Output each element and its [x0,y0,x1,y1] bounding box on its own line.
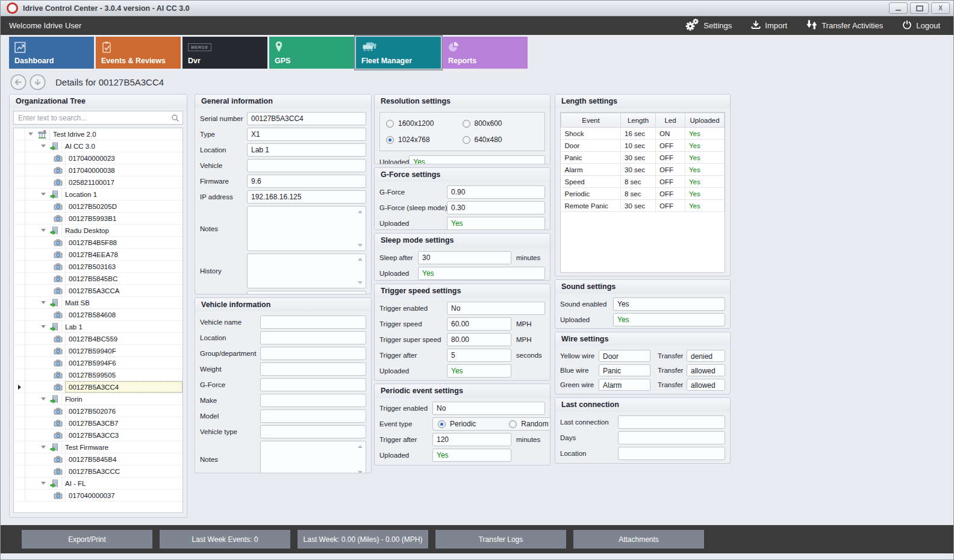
tree-row[interactable]: Lab 1 [14,321,182,333]
yellow-wire-transfer-input[interactable]: denied [687,350,725,362]
vehicle-input[interactable] [247,159,366,172]
table-row[interactable]: Shock16 secONYes [561,128,725,140]
tree-search-input[interactable] [13,111,183,125]
expander-icon[interactable] [41,229,46,232]
table-row[interactable]: Alarm30 secOFFYes [561,164,725,176]
tab-dashboard[interactable]: Dashboard [9,37,94,69]
logout-button[interactable]: Logout [902,19,940,33]
expander-icon[interactable] [41,482,46,485]
close-button[interactable]: X [931,2,950,14]
g-force-sleep-mode-input[interactable]: 0.30 [447,201,545,214]
tree-row[interactable]: Matt SB [14,297,182,309]
tab-dvr[interactable]: MERGEDvr [182,37,267,69]
last-week-events-button[interactable]: Last Week Events: 0 [160,530,290,549]
expander-icon[interactable] [28,132,33,135]
radio-option-640x480[interactable]: 640x480 [463,135,539,144]
tab-fleet-manager[interactable]: Fleet Manager [356,37,441,69]
tree-row[interactable]: 00127B5A3CCC [14,465,182,478]
table-row[interactable]: Speed8 secOFFYes [561,176,725,188]
serial-number-input[interactable]: 00127B5A3CC4 [247,112,366,125]
trigger-after-input[interactable]: 120 [432,433,511,446]
location-input[interactable] [260,331,366,344]
make-input[interactable] [260,394,366,407]
location-input[interactable] [618,447,725,460]
notes-input[interactable] [247,206,366,251]
tree-row[interactable]: 017040000038 [14,164,182,176]
tree-row[interactable]: Radu Desktop [14,225,182,237]
tree-row[interactable]: 00127B59940F [14,345,182,357]
expander-icon[interactable] [41,193,46,196]
days-input[interactable] [618,431,725,444]
tree-row[interactable]: 00127B4BC559 [14,333,182,345]
trigger-after-input[interactable]: 5 [447,349,511,362]
expander-icon[interactable] [41,301,46,304]
tree-row[interactable]: 00127B5A3CCA [14,285,182,297]
tree-row[interactable]: 017040000023 [14,152,182,164]
tree-row[interactable]: Test Firmware [14,441,182,453]
trigger-enabled-input[interactable]: No [447,302,545,315]
tree-row[interactable]: 00127B4B5F88 [14,237,182,249]
tree-row[interactable]: Location 1 [14,188,182,201]
blue-wire-input[interactable]: Panic [599,364,650,376]
scroll-down-button[interactable] [30,74,46,90]
transfer-logs-button[interactable]: Transfer Logs [435,530,566,549]
vehicle-name-input[interactable] [260,316,366,329]
vehicle-type-input[interactable] [260,425,366,438]
tree-row[interactable]: 00127B5A3CC4 [14,381,182,393]
notes-input[interactable] [260,441,366,473]
minimize-button[interactable] [889,2,908,14]
history-date-input[interactable] [247,291,366,294]
table-row[interactable]: Panic30 secOFFYes [561,152,725,164]
sound-enabled-input[interactable]: Yes [613,297,725,311]
radio-option-1600x1200[interactable]: 1600x1200 [386,119,463,128]
firmware-input[interactable]: 9.6 [247,175,366,188]
radio-option-800x600[interactable]: 800x600 [463,119,539,128]
expander-icon[interactable] [41,325,46,328]
table-row[interactable]: Periodic8 secOFFYes [561,188,725,200]
expander-icon[interactable] [41,446,46,449]
yellow-wire-input[interactable]: Door [599,350,650,362]
green-wire-transfer-input[interactable]: allowed [687,379,725,391]
g-force-input[interactable] [260,378,366,391]
trigger-speed-input[interactable]: 60.00 [447,317,511,331]
tree-row[interactable]: 00127B50205D [14,201,182,213]
import-button[interactable]: Import [751,19,787,33]
tree-row[interactable]: 00127B503163 [14,261,182,273]
tree-row[interactable]: 00127B5A3CC3 [14,429,182,441]
column-header-length[interactable]: Length [621,113,656,128]
radio-option-1024x768[interactable]: 1024x768 [386,135,463,144]
sleep-after-input[interactable]: 30 [418,251,511,264]
transfer-activities-button[interactable]: Transfer Activities [806,19,883,33]
column-header-event[interactable]: Event [561,113,621,128]
table-row[interactable]: Remote Panic30 secOFFYes [561,200,725,212]
trigger-enabled-input[interactable]: No [432,402,545,415]
column-header-uploaded[interactable]: Uploaded [685,113,725,128]
maximize-button[interactable] [910,2,929,14]
g-force-input[interactable]: 0.90 [447,185,545,199]
tree-row[interactable]: 00127B5845B4 [14,453,182,465]
export-print-button[interactable]: Export/Print [22,530,152,549]
back-button[interactable] [10,74,26,90]
green-wire-input[interactable]: Alarm [599,379,650,391]
expander-icon[interactable] [41,145,46,148]
tree-row[interactable]: 00127B4EEA78 [14,249,182,261]
ip-address-input[interactable]: 192.168.16.125 [247,190,366,204]
radio-option-periodic[interactable]: Periodic [438,420,476,428]
location-input[interactable]: Lab 1 [247,143,366,157]
column-header-led[interactable]: Led [656,113,685,128]
last-connection-input[interactable] [618,415,725,429]
tab-reports[interactable]: Reports [443,37,528,69]
history-input[interactable] [247,254,366,288]
trigger-super-speed-input[interactable]: 80.00 [447,333,511,346]
attachments-button[interactable]: Attachments [573,530,704,549]
type-input[interactable]: X1 [247,128,366,141]
tree-row[interactable]: 00127B502076 [14,405,182,417]
tree-row[interactable]: Test Idrive 2.0 [14,128,182,140]
tree-row[interactable]: 025821100017 [14,176,182,188]
tree-row[interactable]: 00127B5845BC [14,273,182,285]
table-row[interactable]: Door10 secOFFYes [561,140,725,152]
model-input[interactable] [260,409,366,423]
tree-row[interactable]: 017040000037 [14,490,182,502]
weight-input[interactable] [260,362,366,376]
last-week-button[interactable]: Last Week: 0.00 (Miles) - 0.00 (MPH) [298,530,428,549]
